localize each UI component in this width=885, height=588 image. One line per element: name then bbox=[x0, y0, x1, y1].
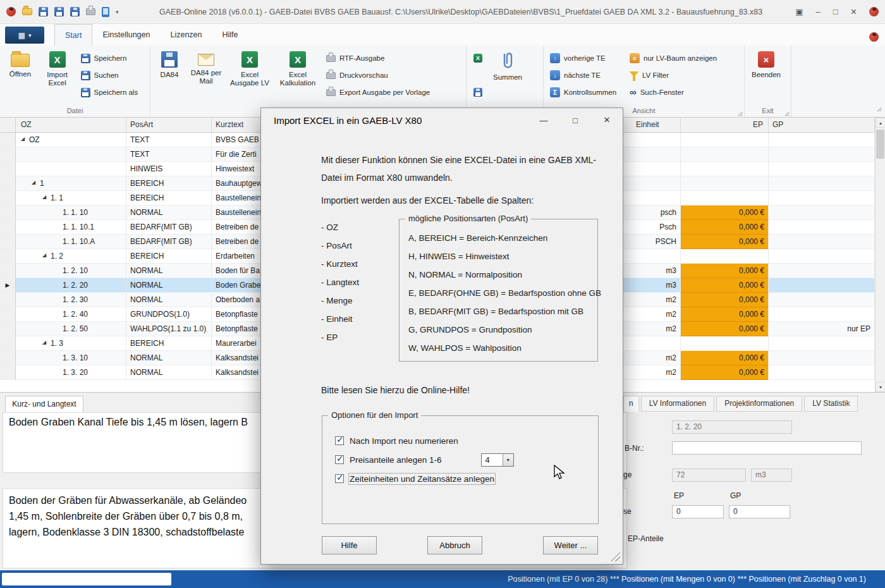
tab-projektinformationen[interactable]: Projektinformationen bbox=[716, 396, 802, 412]
hilfe-button[interactable]: Hilfe bbox=[322, 536, 377, 554]
header-einheit[interactable]: Einheit bbox=[623, 118, 681, 133]
ribbon-collapse-icon[interactable]: ◿ bbox=[877, 106, 881, 112]
chevron-down-icon[interactable]: ▼ bbox=[503, 454, 513, 466]
checkbox[interactable]: ✓ bbox=[335, 436, 344, 445]
speichern-als-button[interactable]: Speichern als bbox=[77, 85, 149, 100]
rtf-ausgabe-button[interactable]: RTF-Ausgabe bbox=[322, 51, 453, 66]
save-as-icon[interactable] bbox=[70, 7, 80, 16]
oeffnen-button[interactable]: Öffnen bbox=[3, 47, 38, 105]
druckvorschau-button[interactable]: Druckvorschau bbox=[322, 68, 453, 83]
tab-hilfe[interactable]: Hilfe bbox=[212, 24, 248, 46]
da84-mail-button[interactable]: DA84 per Mail bbox=[186, 47, 226, 105]
qat-dropdown-icon[interactable]: ▾ bbox=[116, 9, 119, 15]
lv-baum-button[interactable]: ≡nur LV-Baum anzeigen bbox=[626, 51, 742, 66]
device-icon[interactable] bbox=[102, 7, 109, 17]
lv-filter-label: LV Filter bbox=[642, 71, 669, 79]
preisanteile-dropdown[interactable]: 4▼ bbox=[481, 453, 514, 467]
lv-filter-button[interactable]: LV Filter bbox=[626, 68, 742, 83]
chevron-down-icon: ▾ bbox=[28, 32, 32, 39]
dialog-close-button[interactable]: × bbox=[591, 108, 623, 132]
tab-einstellungen[interactable]: Einstellungen bbox=[92, 24, 160, 46]
grid-cell: WAHLPOS(1.1 zu 1.0) bbox=[126, 322, 212, 336]
excel-kalkulation-button[interactable]: X Excel Kalkulation bbox=[273, 47, 322, 105]
checkbox[interactable]: ✓ bbox=[335, 474, 344, 483]
summen-button[interactable]: Summen bbox=[487, 47, 528, 105]
header-ep[interactable]: EP bbox=[681, 118, 769, 133]
window-pin-icon[interactable]: ▣ bbox=[795, 7, 803, 16]
tree-expander-icon[interactable]: ◢ bbox=[21, 133, 29, 146]
close-button[interactable]: × bbox=[851, 6, 857, 18]
ep-value-cell: 0,000 € bbox=[681, 307, 769, 322]
scrollbar-thumb[interactable] bbox=[876, 130, 884, 159]
tab-lizenzen[interactable]: Lizenzen bbox=[160, 24, 212, 46]
tree-expander-icon[interactable]: ◢ bbox=[32, 176, 40, 190]
tab-n[interactable]: n bbox=[623, 396, 639, 412]
open-icon[interactable] bbox=[22, 8, 32, 15]
scroll-down-icon[interactable]: ▾ bbox=[876, 382, 885, 392]
grid-cell bbox=[681, 336, 769, 351]
dialog-column-item: - Menge bbox=[321, 296, 359, 314]
save-all-icon[interactable] bbox=[54, 7, 64, 16]
dialog-launcher-icon[interactable]: ◿ bbox=[738, 109, 742, 118]
tree-expander-icon[interactable]: ◢ bbox=[42, 191, 51, 204]
grid-cell bbox=[681, 162, 769, 176]
da84-button[interactable]: DA84 bbox=[153, 47, 186, 105]
grid-cell bbox=[623, 133, 681, 147]
print-icon[interactable] bbox=[86, 8, 95, 15]
beenden-button[interactable]: × Beenden bbox=[747, 47, 785, 105]
tree-expander-icon[interactable]: ◢ bbox=[42, 336, 51, 350]
print-preview-icon bbox=[326, 72, 336, 79]
tab-kurz-und-langtext[interactable]: Kurz- und Langtext bbox=[5, 396, 83, 412]
tab-lv-statistik[interactable]: LV Statistik bbox=[804, 396, 858, 412]
grid-cell bbox=[769, 176, 875, 191]
save-mini-button[interactable] bbox=[473, 85, 482, 100]
vorherige-te-button[interactable]: ↑vorherige TE bbox=[546, 51, 626, 66]
header-gp[interactable]: GP bbox=[769, 118, 875, 133]
weiter-button[interactable]: Weiter ... bbox=[543, 536, 598, 554]
import-excel-label: Import Excel bbox=[47, 71, 68, 87]
tab-lv-informationen[interactable]: LV Informationen bbox=[641, 396, 715, 412]
header-posart[interactable]: PosArt bbox=[126, 118, 212, 133]
excel-mini-button[interactable]: X bbox=[473, 51, 482, 66]
oeffnen-label: Öffnen bbox=[9, 70, 31, 78]
scroll-up-icon[interactable]: ▴ bbox=[876, 118, 885, 128]
speichern-button[interactable]: Speichern bbox=[77, 51, 149, 66]
vertical-scrollbar[interactable]: ▴ ▾ bbox=[875, 118, 885, 392]
dialog-titlebar[interactable]: Import EXCEL in ein GAEB-LV X80 — □ × bbox=[261, 108, 623, 132]
gaeb-nr-field[interactable] bbox=[672, 441, 862, 455]
ep-field[interactable]: 0 bbox=[672, 505, 724, 518]
abbruch-button[interactable]: Abbruch bbox=[427, 536, 482, 554]
mouse-cursor bbox=[554, 465, 565, 480]
minimize-button[interactable]: – bbox=[816, 7, 821, 16]
checkbox-label[interactable]: Preisanteile anlegen 1-6 bbox=[350, 455, 442, 465]
dialog-launcher-icon[interactable]: ◿ bbox=[785, 109, 789, 118]
checkbox[interactable]: ✓ bbox=[335, 455, 344, 464]
checkbox-label[interactable]: Nach Import neu numerieren bbox=[350, 436, 458, 446]
such-fenster-button[interactable]: ∞Such-Fenster bbox=[626, 85, 742, 100]
gp-field[interactable]: 0 bbox=[729, 505, 790, 518]
posart-item: H, HINWEIS = Hinweistext bbox=[408, 252, 597, 270]
tree-expander-icon[interactable]: ◢ bbox=[42, 249, 51, 262]
tab-start[interactable]: Start bbox=[54, 24, 92, 46]
suchen-button[interactable]: Suchen bbox=[77, 68, 149, 83]
posart-item: B, BEDARF(MIT GB) = Bedarfspostion mit G… bbox=[408, 307, 597, 325]
export-vorlage-button[interactable]: Export Ausgabe per Vorlage bbox=[322, 85, 453, 100]
grid-cell bbox=[769, 205, 875, 220]
resize-grip[interactable] bbox=[611, 552, 620, 561]
app-menu-button[interactable]: ▦▾ bbox=[5, 27, 44, 44]
grid-cell: NORMAL bbox=[126, 264, 212, 278]
checkbox-label[interactable]: Zeiteinheiten und Zeitansätze anlegen bbox=[350, 474, 494, 484]
maximize-button[interactable]: □ bbox=[833, 7, 838, 16]
kontrollsummen-button[interactable]: ΣKontrollsummen bbox=[546, 85, 626, 100]
excel-ausgabe-lv-button[interactable]: X Excel Ausgabe LV bbox=[226, 47, 273, 105]
naechste-te-button[interactable]: ↓nächste TE bbox=[546, 68, 626, 83]
dialog-maximize-button[interactable]: □ bbox=[559, 108, 591, 132]
vorherige-te-label: vorherige TE bbox=[564, 54, 606, 62]
save-icon[interactable] bbox=[39, 7, 48, 16]
header-oz[interactable]: OZ bbox=[16, 118, 126, 133]
grid-cell bbox=[769, 162, 875, 176]
grid-cell bbox=[769, 336, 875, 351]
dialog-minimize-button[interactable]: — bbox=[528, 108, 559, 132]
posart-item: E, BEDARF(OHNE GB) = Bedarfspostion ohne… bbox=[408, 288, 597, 307]
import-excel-button[interactable]: X Import Excel bbox=[38, 47, 77, 105]
